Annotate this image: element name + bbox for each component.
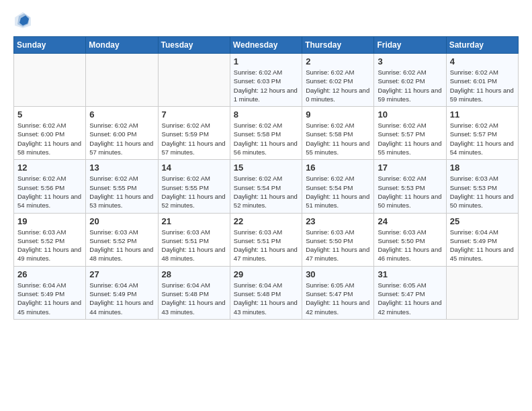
day-number: 28 — [162, 269, 226, 279]
calendar-cell: 25Sunrise: 6:04 AMSunset: 5:49 PMDayligh… — [446, 213, 518, 266]
calendar-cell: 21Sunrise: 6:03 AMSunset: 5:51 PMDayligh… — [158, 213, 230, 266]
day-info: Sunrise: 6:02 AMSunset: 6:00 PMDaylight:… — [17, 121, 82, 156]
day-number: 10 — [378, 109, 442, 120]
day-number: 8 — [234, 109, 298, 120]
day-info: Sunrise: 6:02 AMSunset: 5:53 PMDaylight:… — [378, 174, 442, 210]
day-info: Sunrise: 6:02 AMSunset: 6:02 PMDaylight:… — [378, 68, 442, 103]
day-info: Sunrise: 6:03 AMSunset: 5:50 PMDaylight:… — [378, 228, 442, 263]
day-info: Sunrise: 6:03 AMSunset: 5:50 PMDaylight:… — [306, 228, 370, 263]
calendar-cell: 18Sunrise: 6:03 AMSunset: 5:53 PMDayligh… — [446, 160, 518, 213]
day-info: Sunrise: 6:04 AMSunset: 5:48 PMDaylight:… — [162, 281, 226, 316]
day-info: Sunrise: 6:04 AMSunset: 5:49 PMDaylight:… — [89, 281, 154, 316]
day-number: 22 — [234, 216, 298, 226]
day-number: 26 — [17, 269, 82, 279]
day-number: 15 — [234, 163, 298, 173]
day-info: Sunrise: 6:03 AMSunset: 5:51 PMDaylight:… — [162, 228, 226, 263]
calendar-cell: 8Sunrise: 6:02 AMSunset: 5:58 PMDaylight… — [230, 107, 302, 160]
calendar-cell: 19Sunrise: 6:03 AMSunset: 5:52 PMDayligh… — [14, 213, 86, 266]
day-info: Sunrise: 6:02 AMSunset: 5:56 PMDaylight:… — [17, 174, 82, 210]
day-number: 30 — [306, 269, 370, 279]
col-header-thursday: Thursday — [302, 37, 374, 54]
day-info: Sunrise: 6:04 AMSunset: 5:48 PMDaylight:… — [234, 281, 298, 316]
logo-icon — [13, 11, 32, 30]
calendar-cell: 22Sunrise: 6:03 AMSunset: 5:51 PMDayligh… — [230, 213, 302, 266]
col-header-sunday: Sunday — [14, 37, 86, 54]
day-info: Sunrise: 6:02 AMSunset: 6:03 PMDaylight:… — [234, 68, 298, 103]
day-number: 17 — [378, 163, 442, 173]
calendar-cell: 3Sunrise: 6:02 AMSunset: 6:02 PMDaylight… — [374, 54, 446, 107]
week-row-2: 5Sunrise: 6:02 AMSunset: 6:00 PMDaylight… — [14, 107, 519, 160]
day-number: 14 — [162, 163, 226, 173]
week-row-4: 19Sunrise: 6:03 AMSunset: 5:52 PMDayligh… — [14, 213, 519, 266]
calendar-cell: 2Sunrise: 6:02 AMSunset: 6:02 PMDaylight… — [302, 54, 374, 107]
calendar-cell: 4Sunrise: 6:02 AMSunset: 6:01 PMDaylight… — [446, 54, 518, 107]
day-info: Sunrise: 6:02 AMSunset: 5:55 PMDaylight:… — [89, 174, 154, 210]
day-info: Sunrise: 6:05 AMSunset: 5:47 PMDaylight:… — [306, 281, 370, 316]
day-info: Sunrise: 6:02 AMSunset: 5:59 PMDaylight:… — [162, 121, 226, 156]
calendar-cell: 29Sunrise: 6:04 AMSunset: 5:48 PMDayligh… — [230, 266, 302, 319]
day-info: Sunrise: 6:05 AMSunset: 5:47 PMDaylight:… — [378, 281, 442, 316]
day-number: 2 — [306, 56, 370, 66]
day-number: 19 — [17, 216, 82, 226]
day-info: Sunrise: 6:02 AMSunset: 5:58 PMDaylight:… — [306, 121, 370, 156]
logo — [13, 11, 35, 30]
calendar-cell: 1Sunrise: 6:02 AMSunset: 6:03 PMDaylight… — [230, 54, 302, 107]
day-info: Sunrise: 6:02 AMSunset: 6:00 PMDaylight:… — [89, 121, 154, 156]
day-number: 16 — [306, 163, 370, 173]
day-number: 25 — [450, 216, 515, 226]
calendar-cell: 20Sunrise: 6:03 AMSunset: 5:52 PMDayligh… — [86, 213, 158, 266]
day-number: 5 — [17, 109, 82, 120]
week-row-5: 26Sunrise: 6:04 AMSunset: 5:49 PMDayligh… — [14, 266, 519, 319]
day-number: 11 — [450, 109, 515, 120]
week-row-1: 1Sunrise: 6:02 AMSunset: 6:03 PMDaylight… — [14, 54, 519, 107]
day-number: 13 — [89, 163, 154, 173]
day-info: Sunrise: 6:03 AMSunset: 5:52 PMDaylight:… — [17, 228, 82, 263]
calendar-cell: 6Sunrise: 6:02 AMSunset: 6:00 PMDaylight… — [86, 107, 158, 160]
day-info: Sunrise: 6:04 AMSunset: 5:49 PMDaylight:… — [450, 228, 515, 263]
day-info: Sunrise: 6:03 AMSunset: 5:53 PMDaylight:… — [450, 174, 515, 210]
day-number: 6 — [89, 109, 154, 120]
calendar-cell — [446, 266, 518, 319]
day-info: Sunrise: 6:02 AMSunset: 5:54 PMDaylight:… — [234, 174, 298, 210]
col-header-saturday: Saturday — [446, 37, 518, 54]
calendar-cell: 5Sunrise: 6:02 AMSunset: 6:00 PMDaylight… — [14, 107, 86, 160]
calendar-cell: 26Sunrise: 6:04 AMSunset: 5:49 PMDayligh… — [14, 266, 86, 319]
calendar-cell: 28Sunrise: 6:04 AMSunset: 5:48 PMDayligh… — [158, 266, 230, 319]
calendar-cell: 17Sunrise: 6:02 AMSunset: 5:53 PMDayligh… — [374, 160, 446, 213]
calendar-cell: 14Sunrise: 6:02 AMSunset: 5:55 PMDayligh… — [158, 160, 230, 213]
day-info: Sunrise: 6:03 AMSunset: 5:51 PMDaylight:… — [234, 228, 298, 263]
day-number: 4 — [450, 56, 515, 66]
day-info: Sunrise: 6:02 AMSunset: 6:01 PMDaylight:… — [450, 68, 515, 103]
header-row: SundayMondayTuesdayWednesdayThursdayFrid… — [14, 37, 519, 54]
day-number: 12 — [17, 163, 82, 173]
calendar-cell — [14, 54, 86, 107]
day-info: Sunrise: 6:02 AMSunset: 5:54 PMDaylight:… — [306, 174, 370, 210]
calendar-cell: 31Sunrise: 6:05 AMSunset: 5:47 PMDayligh… — [374, 266, 446, 319]
day-number: 21 — [162, 216, 226, 226]
day-number: 24 — [378, 216, 442, 226]
day-info: Sunrise: 6:02 AMSunset: 5:57 PMDaylight:… — [450, 121, 515, 156]
calendar-cell: 24Sunrise: 6:03 AMSunset: 5:50 PMDayligh… — [374, 213, 446, 266]
day-number: 9 — [306, 109, 370, 120]
calendar-header: SundayMondayTuesdayWednesdayThursdayFrid… — [14, 37, 519, 54]
day-info: Sunrise: 6:03 AMSunset: 5:52 PMDaylight:… — [89, 228, 154, 263]
col-header-tuesday: Tuesday — [158, 37, 230, 54]
day-info: Sunrise: 6:02 AMSunset: 5:55 PMDaylight:… — [162, 174, 226, 210]
calendar-body: 1Sunrise: 6:02 AMSunset: 6:03 PMDaylight… — [14, 54, 519, 320]
day-info: Sunrise: 6:02 AMSunset: 6:02 PMDaylight:… — [306, 68, 370, 103]
calendar-cell: 16Sunrise: 6:02 AMSunset: 5:54 PMDayligh… — [302, 160, 374, 213]
day-number: 27 — [89, 269, 154, 279]
day-number: 18 — [450, 163, 515, 173]
calendar-cell: 9Sunrise: 6:02 AMSunset: 5:58 PMDaylight… — [302, 107, 374, 160]
calendar-cell: 11Sunrise: 6:02 AMSunset: 5:57 PMDayligh… — [446, 107, 518, 160]
calendar-cell — [86, 54, 158, 107]
day-number: 31 — [378, 269, 442, 279]
day-number: 23 — [306, 216, 370, 226]
header — [13, 11, 519, 30]
col-header-wednesday: Wednesday — [230, 37, 302, 54]
calendar-cell: 10Sunrise: 6:02 AMSunset: 5:57 PMDayligh… — [374, 107, 446, 160]
calendar-table: SundayMondayTuesdayWednesdayThursdayFrid… — [13, 36, 519, 320]
day-info: Sunrise: 6:04 AMSunset: 5:49 PMDaylight:… — [17, 281, 82, 316]
day-info: Sunrise: 6:02 AMSunset: 5:58 PMDaylight:… — [234, 121, 298, 156]
col-header-friday: Friday — [374, 37, 446, 54]
